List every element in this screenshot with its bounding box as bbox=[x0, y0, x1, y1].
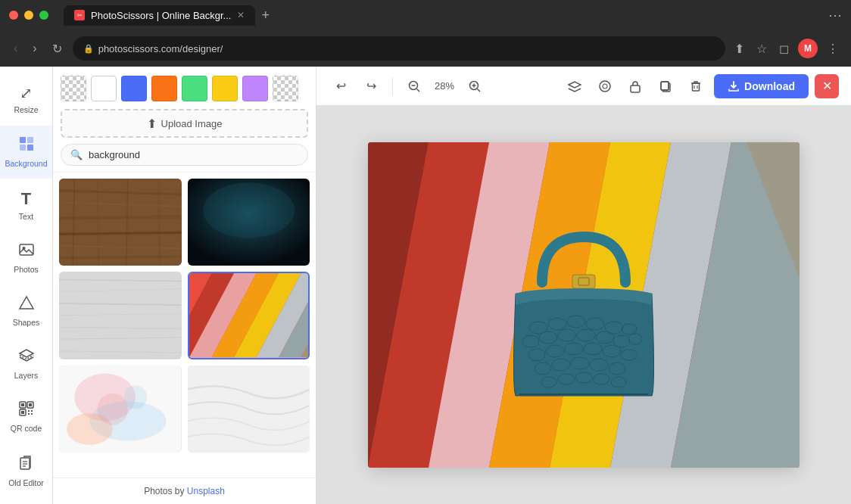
traffic-light-minimize[interactable] bbox=[24, 11, 33, 20]
sidebar-label-shapes: Shapes bbox=[13, 318, 40, 328]
shapes-icon bbox=[18, 294, 35, 315]
gallery-grid bbox=[59, 179, 310, 453]
sidebar-item-resize[interactable]: ⤢ Resize bbox=[0, 73, 53, 126]
download-btn[interactable]: Download bbox=[714, 74, 809, 98]
traffic-light-fullscreen[interactable] bbox=[39, 11, 48, 20]
swatch-yellow[interactable] bbox=[212, 76, 238, 101]
svg-rect-3 bbox=[27, 145, 33, 151]
svg-rect-70 bbox=[693, 83, 700, 91]
search-input[interactable] bbox=[89, 149, 298, 160]
swatch-transparent[interactable] bbox=[61, 76, 86, 101]
svg-rect-1 bbox=[27, 137, 33, 143]
svg-rect-15 bbox=[28, 413, 30, 415]
browser-chrome: ✂ PhotoScissors | Online Backgr... ✕ + ⋯… bbox=[0, 0, 851, 67]
address-bar[interactable]: 🔒 photoscissors.com/designer/ bbox=[73, 36, 725, 61]
svg-marker-6 bbox=[20, 297, 33, 309]
copy-btn[interactable] bbox=[653, 74, 678, 98]
upload-icon: ⬆ bbox=[147, 117, 157, 131]
sidebar-item-text[interactable]: T Text bbox=[0, 179, 53, 232]
svg-rect-11 bbox=[29, 403, 32, 406]
sidebar-item-layers[interactable]: Layers bbox=[0, 338, 53, 390]
svg-line-61 bbox=[478, 89, 481, 92]
brush-btn[interactable] bbox=[593, 74, 617, 98]
layers-btn[interactable] bbox=[563, 74, 587, 98]
sidebar-label-background: Background bbox=[5, 159, 47, 169]
svg-rect-82 bbox=[572, 275, 595, 288]
left-sidebar: ⤢ Resize Background T Text bbox=[0, 67, 53, 504]
browser-menu-dots[interactable]: ⋮ bbox=[824, 39, 842, 59]
svg-rect-0 bbox=[20, 137, 26, 143]
svg-rect-2 bbox=[20, 145, 26, 151]
lock-icon: 🔒 bbox=[83, 44, 94, 54]
svg-line-25 bbox=[59, 232, 182, 234]
svg-rect-4 bbox=[20, 244, 33, 255]
sidebar-item-shapes[interactable]: Shapes bbox=[0, 285, 53, 338]
unsplash-link[interactable]: Unsplash bbox=[187, 486, 225, 496]
sidebar-item-photos[interactable]: Photos bbox=[0, 232, 53, 285]
share-btn[interactable]: ⬆ bbox=[731, 39, 747, 59]
background-icon bbox=[18, 135, 35, 156]
gallery-item-watercolor[interactable] bbox=[59, 366, 182, 453]
nav-forward-btn[interactable]: › bbox=[28, 39, 41, 58]
svg-point-64 bbox=[600, 81, 610, 92]
tab-title: PhotoScissors | Online Backgr... bbox=[91, 10, 231, 21]
photos-icon bbox=[18, 241, 35, 262]
sidebar-item-background[interactable]: Background bbox=[0, 126, 53, 179]
swatch-transparent2[interactable] bbox=[273, 76, 298, 101]
new-tab-button[interactable]: + bbox=[258, 5, 273, 26]
sidebar-item-qrcode[interactable]: QR code bbox=[0, 390, 53, 443]
svg-rect-12 bbox=[21, 411, 24, 414]
gallery-item-marble[interactable] bbox=[188, 366, 310, 453]
svg-rect-68 bbox=[661, 82, 669, 90]
nav-reload-btn[interactable]: ↻ bbox=[48, 39, 67, 59]
swatch-green[interactable] bbox=[182, 76, 207, 101]
oldeditor-icon bbox=[18, 455, 35, 475]
lock-btn[interactable] bbox=[623, 74, 647, 98]
sidebar-label-photos: Photos bbox=[14, 265, 39, 275]
search-bar: 🔍 bbox=[61, 144, 308, 166]
browser-menu-btn[interactable]: ⋯ bbox=[828, 7, 842, 23]
zoom-in-btn[interactable] bbox=[463, 74, 487, 98]
panel-gallery bbox=[53, 173, 316, 478]
bookmark-btn[interactable]: ☆ bbox=[753, 39, 770, 59]
gallery-item-light-gray[interactable] bbox=[59, 272, 182, 359]
svg-rect-16 bbox=[31, 413, 33, 415]
download-label: Download bbox=[744, 80, 795, 92]
zoom-out-btn[interactable] bbox=[402, 74, 426, 98]
traffic-light-close[interactable] bbox=[9, 11, 18, 20]
extensions-btn[interactable]: ◻ bbox=[776, 39, 792, 59]
swatch-white[interactable] bbox=[91, 76, 117, 101]
canvas-toolbar: ↩ ↪ 28% bbox=[316, 67, 851, 106]
layers-icon bbox=[18, 347, 35, 368]
swatch-orange[interactable] bbox=[151, 76, 177, 101]
canvas-viewport[interactable]: ‹ bbox=[316, 106, 851, 504]
gallery-item-diagonal-stripes[interactable] bbox=[188, 272, 310, 359]
delete-btn[interactable] bbox=[684, 74, 708, 98]
svg-rect-66 bbox=[631, 86, 640, 92]
upload-image-btn[interactable]: ⬆ Upload Image bbox=[61, 109, 308, 138]
browser-actions: ⬆ ☆ ◻ M ⋮ bbox=[731, 39, 842, 59]
tab-favicon: ✂ bbox=[74, 10, 85, 20]
qrcode-icon bbox=[18, 400, 35, 421]
close-editor-btn[interactable]: ✕ bbox=[815, 74, 839, 98]
swatch-purple[interactable] bbox=[242, 76, 268, 101]
sidebar-item-oldeditor[interactable]: Old Editor bbox=[0, 445, 53, 498]
redo-btn[interactable]: ↪ bbox=[359, 74, 383, 98]
sidebar-label-qrcode: QR code bbox=[11, 424, 42, 434]
swatch-blue[interactable] bbox=[121, 76, 147, 101]
svg-line-24 bbox=[59, 216, 182, 218]
tab-close-btn[interactable]: ✕ bbox=[237, 10, 245, 20]
canvas-image bbox=[368, 142, 800, 468]
svg-point-65 bbox=[603, 84, 607, 89]
gallery-item-wood[interactable] bbox=[59, 179, 182, 266]
svg-rect-14 bbox=[31, 410, 33, 412]
svg-point-33 bbox=[203, 182, 295, 238]
svg-line-58 bbox=[417, 89, 420, 92]
nav-back-btn[interactable]: ‹ bbox=[9, 39, 22, 58]
undo-btn[interactable]: ↩ bbox=[329, 74, 353, 98]
active-tab[interactable]: ✂ PhotoScissors | Online Backgr... ✕ bbox=[64, 5, 255, 26]
gallery-item-dark-teal[interactable] bbox=[188, 179, 310, 266]
user-avatar[interactable]: M bbox=[798, 39, 818, 58]
browser-titlebar: ✂ PhotoScissors | Online Backgr... ✕ + ⋯ bbox=[0, 0, 851, 30]
svg-point-55 bbox=[124, 385, 147, 409]
